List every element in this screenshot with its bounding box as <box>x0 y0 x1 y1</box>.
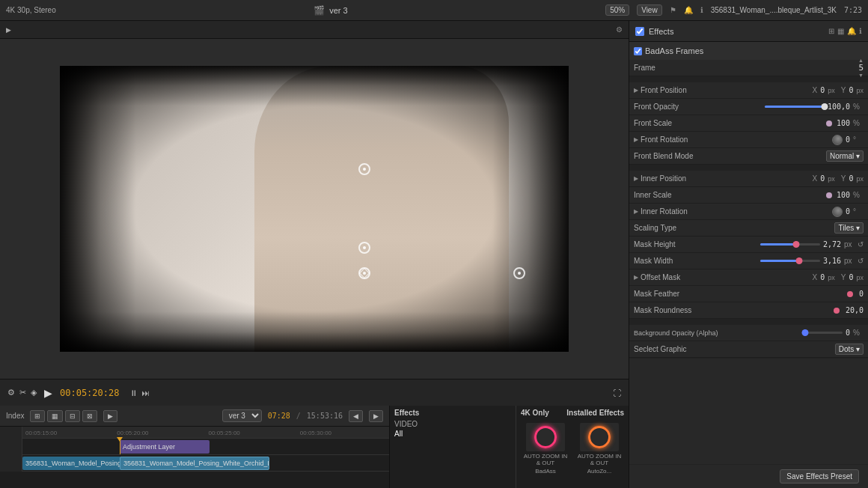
mask-feather-label: Mask Feather <box>634 290 679 298</box>
play-tl-btn[interactable]: ▶ <box>103 410 117 422</box>
front-blend-dropdown[interactable]: Normal ▾ <box>826 150 864 162</box>
effect-item-2[interactable]: AUTO ZOOM IN & OUT AutoZo... <box>575 423 624 475</box>
inner-position-triangle[interactable]: ▶ <box>634 175 638 182</box>
transport-icons: ⚙ ✂ ◈ <box>7 388 37 397</box>
settings-icon[interactable]: ⚙ <box>616 25 623 34</box>
mask-width-value: 3,16 <box>823 257 841 265</box>
tl-nav-next[interactable]: ▶ <box>369 410 383 422</box>
save-preset-button[interactable]: Save Effects Preset <box>780 469 859 484</box>
frame-down-arrow[interactable]: ▼ <box>858 73 864 78</box>
tl-layout-btn3[interactable]: ⊟ <box>65 410 80 422</box>
fp-x-label: X <box>813 86 818 94</box>
front-scale-label: Front Scale <box>634 119 672 127</box>
front-opacity-label: Front Opacity <box>634 103 679 111</box>
effect-item-1[interactable]: AUTO ZOOM IN & OUT BadAss <box>521 423 570 475</box>
front-rotation-knob[interactable] <box>832 135 843 145</box>
be-cat-video[interactable]: VIDEO <box>394 420 418 428</box>
controls-bar: ⚙ ✂ ◈ ▶ 00:05:20:28 ⏸ ⏭ ⛶ <box>0 379 629 406</box>
video-info: ▶ <box>6 26 11 34</box>
ip-y-unit: px <box>856 175 864 183</box>
timeline-section: Index ⊞ ▦ ⊟ ⊠ ▶ ver 3 07:28 / 15:53:16 <box>0 406 389 488</box>
fullscreen-button[interactable]: ⛶ <box>613 388 621 397</box>
effect-label-1: AUTO ZOOM IN & OUT <box>521 453 570 466</box>
ruler-mark-1: 00:05:15:00 <box>25 430 57 436</box>
transport-back-icon[interactable]: ⚙ <box>7 388 15 397</box>
mask-roundness-thumb[interactable] <box>834 308 840 314</box>
front-opacity-slider[interactable] <box>765 106 825 108</box>
clip-video2[interactable]: 356831_Woman_Model_Posing_White_Orchid_B… <box>120 457 269 470</box>
effects-icon-1[interactable]: ⊞ <box>828 27 834 35</box>
inner-scale-thumb[interactable] <box>826 192 832 198</box>
transport-marker-icon[interactable]: ◈ <box>31 388 37 397</box>
mask-feather-thumb[interactable] <box>847 291 853 297</box>
clip-adjustment[interactable]: Adjustment Layer <box>120 440 210 454</box>
scaling-type-label: Scaling Type <box>634 224 676 232</box>
front-position-label: Front Position <box>641 86 687 94</box>
mask-width-slider[interactable] <box>760 260 820 262</box>
mask-feather-value: 0 <box>859 290 864 298</box>
pause-icon[interactable]: ⏸ <box>129 388 138 397</box>
transport-tool-icon[interactable]: ✂ <box>19 388 26 397</box>
row-inner-rotation: ▶ Inner Rotation 0 ° <box>629 204 868 220</box>
select-graphic-dropdown[interactable]: Dots ▾ <box>835 344 864 355</box>
video-subject <box>254 66 509 352</box>
front-scale-value: 100 <box>837 119 850 127</box>
offset-mask-triangle[interactable]: ▶ <box>634 274 638 281</box>
be-cat-all[interactable]: All <box>394 430 403 438</box>
ip-x-label: X <box>813 174 818 183</box>
row-front-rotation: ▶ Front Rotation 0 ° <box>629 132 868 148</box>
effect-group-checkbox[interactable] <box>634 47 642 55</box>
tl-layout-btn1[interactable]: ⊞ <box>30 410 45 422</box>
tl-nav-prev[interactable]: ◀ <box>349 410 363 422</box>
track-row-video1: 356831_Woman_Model_Posing_White_Or... 35… <box>22 455 389 472</box>
front-scale-thumb[interactable] <box>826 121 832 126</box>
zoom-button[interactable]: 50% <box>605 4 629 16</box>
scaling-type-dropdown[interactable]: Tiles ▾ <box>834 222 864 234</box>
separator-3 <box>629 319 868 325</box>
bg-opacity-slider[interactable] <box>805 332 843 334</box>
bg-opacity-value: 0 <box>846 329 850 337</box>
tl-duration: 15:53:16 <box>307 412 343 420</box>
be-effects-title: Effects <box>394 409 511 417</box>
front-position-triangle[interactable]: ▶ <box>634 87 638 94</box>
mask-height-refresh[interactable]: ↺ <box>858 240 864 248</box>
inner-rotation-triangle[interactable]: ▶ <box>634 208 638 215</box>
row-inner-scale: Inner Scale 100 % <box>629 187 868 204</box>
inner-position-label: Inner Position <box>641 174 686 183</box>
row-front-opacity: Front Opacity 100,0 % <box>629 99 868 115</box>
tl-layout-btn4[interactable]: ⊠ <box>82 410 97 422</box>
effect-sublabel-1: BadAss <box>535 468 556 475</box>
effects-icon-3[interactable]: 🔔 <box>847 27 856 35</box>
effects-icon-2[interactable]: ▦ <box>837 27 844 35</box>
timeline-ruler: 00:05:15:00 00:05:20:00 00:05:25:00 00:0… <box>22 427 389 439</box>
row-inner-position: ▶ Inner Position X 0 px Y 0 px <box>629 171 868 187</box>
view-button[interactable]: View <box>637 4 662 16</box>
front-rotation-triangle[interactable]: ▶ <box>634 136 638 143</box>
toolbar-icon-flag: ⚑ <box>670 6 676 14</box>
row-select-graphic: Seclect Graphic Dots ▾ <box>629 341 868 358</box>
effects-enable-checkbox[interactable] <box>635 27 644 36</box>
be-installed-section: 4K Only Installed Effects AUTO ZOOM IN &… <box>516 406 629 488</box>
row-front-scale: Front Scale 100 % <box>629 115 868 132</box>
step-icon[interactable]: ⏭ <box>141 388 150 397</box>
frame-up-arrow[interactable]: ▲ <box>858 58 864 63</box>
effects-icon-4[interactable]: ℹ <box>859 27 862 35</box>
inner-scale-label: Inner Scale <box>634 191 672 199</box>
mask-height-value: 2,72 <box>823 240 841 248</box>
version-label[interactable]: ver 3 <box>329 6 347 15</box>
row-mask-width: Mask Width 3,16 px ↺ <box>629 253 868 269</box>
mask-width-refresh[interactable]: ↺ <box>858 257 864 265</box>
bottom-effects-col: Effects VIDEO All 4K Only Installed Effe… <box>389 406 629 488</box>
top-bar: 4K 30p, Stereo 🎬 ver 3 50% View ⚑ 🔔 ℹ 35… <box>0 0 868 21</box>
track-content: 00:05:15:00 00:05:20:00 00:05:25:00 00:0… <box>22 427 389 472</box>
inner-rotation-knob[interactable] <box>832 207 843 217</box>
om-y-val: 0 <box>849 273 853 281</box>
version-select[interactable]: ver 3 <box>222 409 262 422</box>
mask-height-slider[interactable] <box>760 243 820 245</box>
timeline-toolbar: Index ⊞ ▦ ⊟ ⊠ ▶ ver 3 07:28 / 15:53:16 <box>0 406 389 427</box>
play-button[interactable]: ▶ <box>44 387 52 399</box>
row-front-blend: Front Blend Mode Normal ▾ <box>629 148 868 165</box>
index-label: Index <box>6 412 24 420</box>
tl-layout-btn2[interactable]: ▦ <box>47 410 63 422</box>
front-opacity-unit: % <box>853 103 864 111</box>
